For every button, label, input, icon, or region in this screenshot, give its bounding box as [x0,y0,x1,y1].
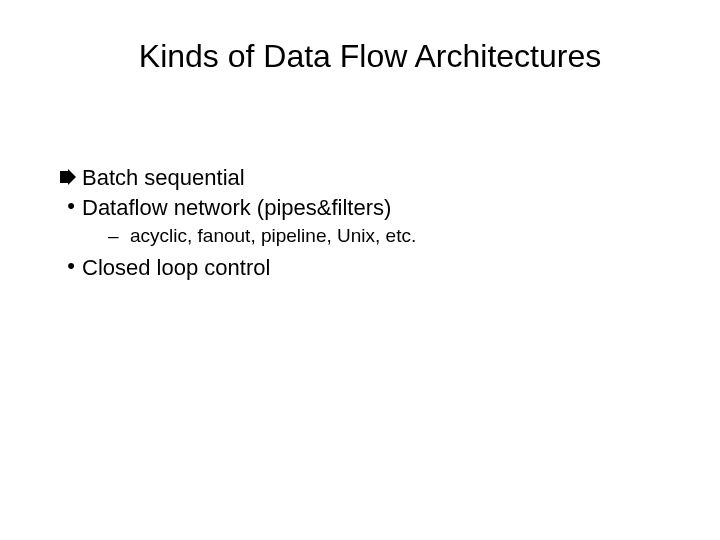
bullet-text: Closed loop control [82,255,670,281]
slide-content: Batch sequential • Dataflow network (pip… [50,165,670,281]
slide-title: Kinds of Data Flow Architectures [70,38,670,75]
bullet-item-1: • Dataflow network (pipes&filters) [60,195,670,221]
bullet-text: Batch sequential [82,165,670,191]
bullet-item-2: • Closed loop control [60,255,670,281]
arrow-right-icon [60,165,82,191]
sub-bullet-text: acyclic, fanout, pipeline, Unix, etc. [130,225,670,247]
bullet-text: Dataflow network (pipes&filters) [82,195,670,221]
slide-container: Kinds of Data Flow Architectures Batch s… [0,0,720,540]
dot-bullet-icon: • [60,255,82,277]
dot-bullet-icon: • [60,195,82,217]
sub-bullet-item: – acyclic, fanout, pipeline, Unix, etc. [60,225,670,247]
bullet-item-0: Batch sequential [60,165,670,191]
dash-bullet-icon: – [108,225,130,247]
